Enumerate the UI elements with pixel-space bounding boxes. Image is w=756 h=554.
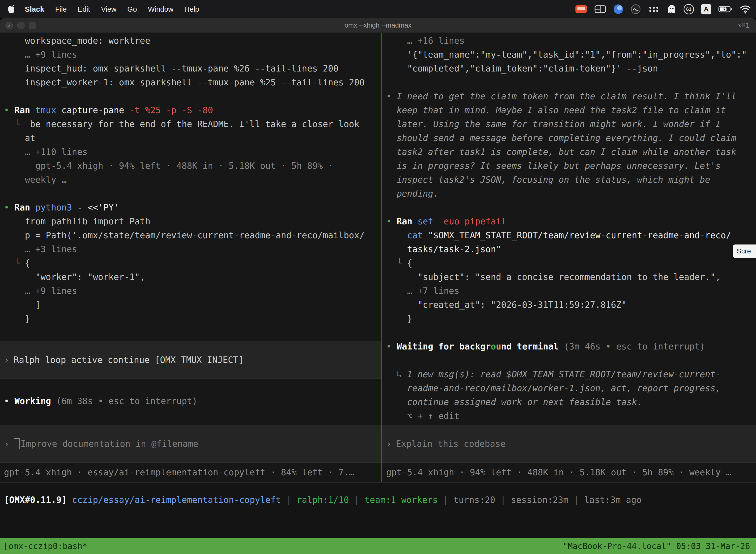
text-cursor [14, 438, 19, 449]
prompt-chevron-icon: › [4, 439, 9, 449]
terminal-line: "completed","claim_token":"claim-token"}… [386, 62, 756, 75]
terminal-line: … +110 lines [4, 145, 381, 159]
terminal-line: … +7 lines [386, 284, 756, 298]
terminal-line: └ { [4, 256, 381, 270]
terminal-line: • Working (6m 38s • esc to interrupt) [4, 394, 381, 408]
injected-prompt[interactable]: › Ralph loop active continue [OMX_TMUX_I… [0, 341, 381, 379]
composer-input-right[interactable]: › Explain this codebase [382, 425, 756, 463]
terminal-line: later. Using the same for transition mig… [386, 117, 756, 131]
window-shortcut-hint: ⌥⌘1 [737, 21, 750, 29]
terminal-line: inspect_hud: omx sparkshell --tmux-pane … [4, 62, 381, 75]
terminal-line: gpt-5.4 xhigh · 94% left · 488K in · 5.1… [4, 159, 381, 173]
battery-percent-value: 61 [686, 6, 691, 12]
terminal-line: weekly … [4, 173, 381, 187]
terminal-line: … +9 lines [4, 48, 381, 62]
terminal-line [4, 89, 381, 103]
wifi-icon[interactable] [740, 4, 751, 14]
terminal-line: └ be necessary for the end of the README… [4, 117, 381, 131]
window-manager-icon[interactable] [594, 4, 606, 14]
tmux-session-name: [omx-cczip0:bash* [3, 541, 87, 551]
tmux-status-bar[interactable]: [omx-cczip0:bash* "MacBook-Pro-44.local"… [0, 538, 756, 554]
input-source-icon[interactable]: A [701, 4, 711, 14]
omx-status-line: [OMX#0.11.9] cczip/essay/ai-reimplementa… [0, 493, 642, 507]
composer-input-left[interactable]: › Improve documentation in @filename [0, 425, 381, 463]
terminal-line: keep that in mind. Maybe I also need the… [386, 103, 756, 117]
terminal-line [386, 201, 756, 214]
menu-bar: Slack FileEditViewGoWindowHelp [0, 0, 756, 18]
terminal-line: ↳ 1 new msg(s): read $OMX_TEAM_STATE_ROO… [386, 367, 756, 381]
menu-bar-status-icons: 61 A [575, 4, 751, 14]
battery-icon[interactable] [718, 4, 733, 14]
terminal-line: inspect_worker-1: omx sparkshell --tmux-… [4, 75, 381, 89]
terminal-line: "worker": "worker-1", [4, 270, 381, 284]
terminal-line [386, 353, 756, 367]
browser-icon[interactable] [613, 4, 624, 14]
terminal-line: is in progress? It seems likely but perh… [386, 159, 756, 173]
terminal-line: • Waiting for background terminal (3m 46… [386, 340, 756, 353]
terminal-line: pending. [386, 187, 756, 201]
terminal-scrollback-left: workspace_mode: worktree … +9 lines insp… [0, 33, 381, 326]
active-app-menu[interactable]: Slack [25, 5, 44, 13]
terminal-line: … +16 lines [386, 34, 756, 48]
input-source-letter: A [704, 5, 709, 13]
omx-session-status: [OMX#0.11.9] cczip/essay/ai-reimplementa… [0, 491, 756, 508]
terminal-line: from pathlib import Path [4, 214, 381, 228]
terminal-line: continue assigned work or next feasible … [386, 395, 756, 409]
app-grid-icon[interactable] [648, 4, 660, 14]
terminal-line: workspace_mode: worktree [4, 34, 381, 48]
terminal-line: • I need to get the claim token from the… [386, 89, 756, 103]
terminal-line: … +9 lines [4, 284, 381, 298]
menu-items: FileEditViewGoWindowHelp [55, 5, 199, 13]
terminal-line: └ { [386, 256, 756, 270]
model-status-right: gpt-5.4 xhigh · 94% left · 488K in · 5.1… [382, 463, 756, 482]
window-title: omx --xhigh --madmax [344, 21, 412, 29]
screen-sharing-icon[interactable] [575, 4, 587, 14]
menu-edit[interactable]: Edit [78, 5, 90, 13]
notes-app-icon[interactable] [630, 4, 641, 14]
ghostty-icon[interactable] [667, 4, 677, 14]
terminal-line: ⌥ + ↑ edit [386, 409, 756, 423]
terminal-line: tasks/task-2.json" [386, 242, 756, 256]
terminal-line [4, 187, 381, 201]
zoom-button[interactable] [29, 22, 36, 29]
terminal-line: '{"team_name":"my-team","task_id":"1","f… [386, 48, 756, 62]
terminal-line: … +3 lines [4, 242, 381, 256]
terminal-line [386, 75, 756, 89]
model-status-left: gpt-5.4 xhigh · essay/ai-reimplementatio… [0, 463, 381, 482]
terminal-line: • Ran python3 - <<'PY' [4, 201, 381, 214]
terminal-line: task2 after task1 is complete, but can I… [386, 145, 756, 159]
terminal-line: "created_at": "2026-03-31T11:59:27.816Z" [386, 298, 756, 312]
minimize-button[interactable] [17, 22, 24, 29]
terminal-line: readme-and-reco/mailbox/worker-1.json, a… [386, 381, 756, 395]
menu-file[interactable]: File [55, 5, 67, 13]
tmux-host-clock: "MacBook-Pro-44.local" 05:03 31-Mar-26 [563, 541, 750, 551]
apple-menu-icon[interactable] [7, 4, 15, 14]
terminal-line: should send a message before completing … [386, 131, 756, 145]
window-titlebar[interactable]: × omx --xhigh --madmax ⌥⌘1 [0, 18, 756, 33]
prompt-chevron-icon: › [386, 439, 391, 449]
placeholder-text-left: mprove documentation in @filename [26, 439, 198, 449]
terminal-line: • Ran set -euo pipefail [386, 214, 756, 228]
terminal-line: ] [4, 298, 381, 312]
close-button[interactable]: × [5, 22, 13, 29]
tmux-pane-left[interactable]: workspace_mode: worktree … +9 lines insp… [0, 33, 381, 482]
tmux-pane-right[interactable]: … +16 lines '{"team_name":"my-team","tas… [382, 33, 756, 482]
placeholder-text-right: Explain this codebase [396, 439, 506, 449]
menu-window[interactable]: Window [148, 5, 173, 13]
traffic-lights: × [5, 18, 36, 33]
menu-go[interactable]: Go [127, 5, 137, 13]
tooltip: Scre [733, 244, 756, 258]
terminal-scrollback-right: … +16 lines '{"team_name":"my-team","tas… [382, 33, 756, 423]
terminal-line: inspect task2's JSON, focusing on the st… [386, 173, 756, 187]
menu-view[interactable]: View [101, 5, 116, 13]
terminal-line: at [4, 131, 381, 145]
terminal-line: • Ran tmux capture-pane -t %25 -p -S -80 [4, 103, 381, 117]
terminal-line: cat "$OMX_TEAM_STATE_ROOT/team/review-cu… [386, 228, 756, 242]
terminal-line: } [386, 312, 756, 326]
tmux-session: workspace_mode: worktree … +9 lines insp… [0, 33, 756, 483]
terminal-line: "subject": "send a concise recommendatio… [386, 270, 756, 284]
battery-percent-icon[interactable]: 61 [684, 4, 694, 14]
working-status-left: • Working (6m 38s • esc to interrupt) [0, 394, 381, 408]
terminal-line: } [4, 312, 381, 326]
menu-help[interactable]: Help [184, 5, 199, 13]
